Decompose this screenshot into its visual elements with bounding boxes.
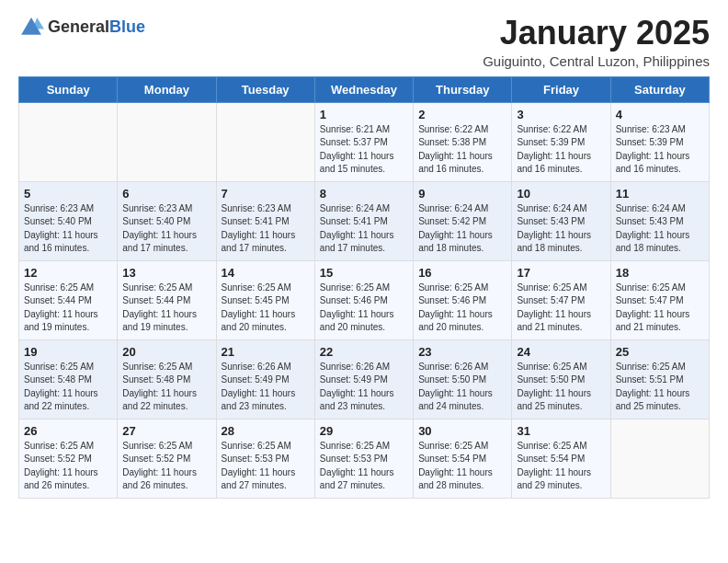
day-of-week-header: Friday [512, 76, 610, 102]
day-info: Sunrise: 6:25 AMSunset: 5:46 PMDaylight:… [418, 282, 506, 335]
calendar-cell: 10Sunrise: 6:24 AMSunset: 5:43 PMDayligh… [512, 181, 610, 260]
day-number: 3 [517, 108, 605, 121]
day-number: 18 [616, 266, 704, 280]
day-info: Sunrise: 6:26 AMSunset: 5:50 PMDaylight:… [418, 361, 506, 414]
day-number: 26 [24, 424, 112, 438]
day-info: Sunrise: 6:25 AMSunset: 5:47 PMDaylight:… [616, 282, 704, 335]
day-number: 25 [616, 345, 704, 359]
day-of-week-header: Monday [118, 76, 216, 102]
day-number: 23 [418, 345, 506, 359]
day-number: 21 [222, 345, 310, 359]
day-number: 14 [222, 266, 310, 280]
day-number: 1 [320, 108, 408, 121]
calendar-cell: 4Sunrise: 6:23 AMSunset: 5:39 PMDaylight… [610, 102, 709, 181]
day-of-week-header: Thursday [414, 76, 512, 102]
day-info: Sunrise: 6:24 AMSunset: 5:43 PMDaylight:… [616, 202, 704, 256]
calendar-cell: 21Sunrise: 6:26 AMSunset: 5:49 PMDayligh… [216, 339, 314, 419]
day-number: 2 [418, 108, 506, 121]
calendar-cell: 11Sunrise: 6:24 AMSunset: 5:43 PMDayligh… [610, 181, 709, 260]
day-number: 22 [320, 345, 408, 359]
calendar-cell: 17Sunrise: 6:25 AMSunset: 5:47 PMDayligh… [512, 260, 610, 339]
day-number: 9 [418, 187, 506, 201]
day-number: 8 [320, 187, 408, 201]
day-number: 16 [418, 266, 506, 280]
calendar-cell: 9Sunrise: 6:24 AMSunset: 5:42 PMDaylight… [414, 181, 512, 260]
logo: General Blue [18, 15, 145, 40]
calendar-cell: 8Sunrise: 6:24 AMSunset: 5:41 PMDaylight… [314, 181, 413, 260]
day-of-week-header: Sunday [19, 76, 118, 102]
day-number: 12 [24, 266, 112, 280]
calendar-cell: 18Sunrise: 6:25 AMSunset: 5:47 PMDayligh… [610, 260, 709, 339]
day-number: 10 [517, 187, 605, 201]
logo-general: General [48, 18, 109, 37]
day-number: 7 [222, 187, 310, 201]
day-number: 28 [222, 424, 310, 438]
calendar-cell: 26Sunrise: 6:25 AMSunset: 5:52 PMDayligh… [19, 419, 118, 498]
day-info: Sunrise: 6:23 AMSunset: 5:39 PMDaylight:… [616, 123, 704, 177]
calendar-cell [118, 102, 216, 181]
logo-icon [18, 15, 44, 40]
calendar-table: SundayMondayTuesdayWednesdayThursdayFrid… [18, 76, 710, 499]
calendar-cell [19, 102, 118, 181]
calendar-cell: 19Sunrise: 6:25 AMSunset: 5:48 PMDayligh… [19, 339, 118, 419]
calendar-cell: 12Sunrise: 6:25 AMSunset: 5:44 PMDayligh… [19, 260, 118, 339]
day-of-week-header: Saturday [610, 76, 709, 102]
location: Guiguinto, Central Luzon, Philippines [483, 53, 710, 69]
day-info: Sunrise: 6:24 AMSunset: 5:41 PMDaylight:… [320, 202, 408, 256]
calendar-cell: 30Sunrise: 6:25 AMSunset: 5:54 PMDayligh… [414, 419, 512, 498]
day-info: Sunrise: 6:25 AMSunset: 5:46 PMDaylight:… [320, 282, 408, 335]
day-info: Sunrise: 6:26 AMSunset: 5:49 PMDaylight:… [222, 361, 310, 414]
calendar-week-row: 19Sunrise: 6:25 AMSunset: 5:48 PMDayligh… [19, 339, 710, 419]
day-info: Sunrise: 6:25 AMSunset: 5:53 PMDaylight:… [320, 440, 408, 493]
day-number: 13 [122, 266, 210, 280]
calendar-cell: 15Sunrise: 6:25 AMSunset: 5:46 PMDayligh… [314, 260, 413, 339]
day-number: 19 [24, 345, 112, 359]
calendar-cell: 22Sunrise: 6:26 AMSunset: 5:49 PMDayligh… [314, 339, 413, 419]
day-number: 27 [122, 424, 210, 438]
day-info: Sunrise: 6:24 AMSunset: 5:43 PMDaylight:… [517, 202, 605, 256]
calendar-cell: 5Sunrise: 6:23 AMSunset: 5:40 PMDaylight… [19, 181, 118, 260]
day-of-week-header: Wednesday [314, 76, 413, 102]
day-info: Sunrise: 6:25 AMSunset: 5:50 PMDaylight:… [517, 361, 605, 414]
calendar-week-row: 26Sunrise: 6:25 AMSunset: 5:52 PMDayligh… [19, 419, 710, 498]
day-number: 24 [517, 345, 605, 359]
day-info: Sunrise: 6:25 AMSunset: 5:54 PMDaylight:… [517, 440, 605, 493]
calendar-cell: 2Sunrise: 6:22 AMSunset: 5:38 PMDaylight… [414, 102, 512, 181]
calendar-cell: 29Sunrise: 6:25 AMSunset: 5:53 PMDayligh… [314, 419, 413, 498]
calendar-cell: 20Sunrise: 6:25 AMSunset: 5:48 PMDayligh… [118, 339, 216, 419]
calendar-cell: 14Sunrise: 6:25 AMSunset: 5:45 PMDayligh… [216, 260, 314, 339]
calendar-cell: 3Sunrise: 6:22 AMSunset: 5:39 PMDaylight… [512, 102, 610, 181]
day-number: 15 [320, 266, 408, 280]
day-info: Sunrise: 6:25 AMSunset: 5:44 PMDaylight:… [122, 282, 210, 335]
month-title: January 2025 [483, 15, 710, 52]
title-block: January 2025 Guiguinto, Central Luzon, P… [483, 15, 710, 69]
day-info: Sunrise: 6:25 AMSunset: 5:53 PMDaylight:… [222, 440, 310, 493]
day-number: 30 [418, 424, 506, 438]
day-of-week-header: Tuesday [216, 76, 314, 102]
calendar-cell: 24Sunrise: 6:25 AMSunset: 5:50 PMDayligh… [512, 339, 610, 419]
day-info: Sunrise: 6:23 AMSunset: 5:40 PMDaylight:… [122, 202, 210, 256]
calendar-cell: 25Sunrise: 6:25 AMSunset: 5:51 PMDayligh… [610, 339, 709, 419]
day-info: Sunrise: 6:25 AMSunset: 5:48 PMDaylight:… [122, 361, 210, 414]
calendar-week-row: 12Sunrise: 6:25 AMSunset: 5:44 PMDayligh… [19, 260, 710, 339]
calendar-cell: 6Sunrise: 6:23 AMSunset: 5:40 PMDaylight… [118, 181, 216, 260]
day-info: Sunrise: 6:25 AMSunset: 5:51 PMDaylight:… [616, 361, 704, 414]
day-number: 6 [122, 187, 210, 201]
day-number: 29 [320, 424, 408, 438]
day-number: 4 [616, 108, 704, 121]
day-info: Sunrise: 6:21 AMSunset: 5:37 PMDaylight:… [320, 123, 408, 177]
day-info: Sunrise: 6:25 AMSunset: 5:52 PMDaylight:… [122, 440, 210, 493]
day-number: 5 [24, 187, 112, 201]
day-info: Sunrise: 6:26 AMSunset: 5:49 PMDaylight:… [320, 361, 408, 414]
calendar-cell: 1Sunrise: 6:21 AMSunset: 5:37 PMDaylight… [314, 102, 413, 181]
day-info: Sunrise: 6:22 AMSunset: 5:39 PMDaylight:… [517, 123, 605, 177]
calendar-cell: 28Sunrise: 6:25 AMSunset: 5:53 PMDayligh… [216, 419, 314, 498]
day-info: Sunrise: 6:25 AMSunset: 5:47 PMDaylight:… [517, 282, 605, 335]
calendar-cell: 13Sunrise: 6:25 AMSunset: 5:44 PMDayligh… [118, 260, 216, 339]
logo-text: General Blue [48, 18, 145, 37]
calendar-cell: 7Sunrise: 6:23 AMSunset: 5:41 PMDaylight… [216, 181, 314, 260]
calendar-cell [610, 419, 709, 498]
calendar-cell: 27Sunrise: 6:25 AMSunset: 5:52 PMDayligh… [118, 419, 216, 498]
day-info: Sunrise: 6:25 AMSunset: 5:45 PMDaylight:… [222, 282, 310, 335]
day-number: 11 [616, 187, 704, 201]
